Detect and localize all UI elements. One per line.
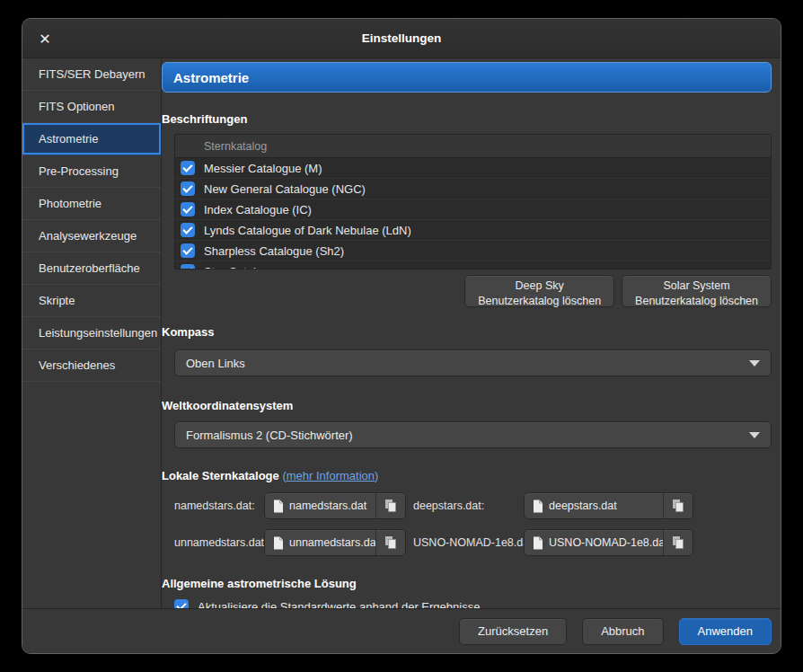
sidebar-item-label: Pre-Processing <box>39 164 119 178</box>
option-row[interactable]: Aktualisiere die Standardwerte anhand de… <box>174 597 772 608</box>
dropdown-value: Oben Links <box>186 357 245 370</box>
section-title-lokale-sternkataloge: Lokale Sternkataloge (mehr Information) <box>162 469 772 483</box>
action-bar: Zurücksetzen Abbruch Anwenden <box>22 608 781 653</box>
section-title-text: Lokale Sternkataloge <box>162 469 279 482</box>
reset-button[interactable]: Zurücksetzen <box>459 618 567 645</box>
checkbox-checked-icon[interactable] <box>174 599 189 608</box>
dropdown-value: Formalismus 2 (CD-Stichwörter) <box>186 429 353 442</box>
option-label: Aktualisiere die Standardwerte anhand de… <box>198 600 480 609</box>
section-title-weltkoordinatensystem: Weltkoordinatensystem <box>162 399 772 413</box>
table-row[interactable]: Sharpless Catalogue (Sh2) <box>175 241 771 261</box>
sidebar-item-analysewerkzeuge[interactable]: Analysewerkzeuge <box>22 220 161 252</box>
sidebar-item-label: Benutzeroberfläche <box>39 261 140 275</box>
sidebar-item-label: Photometrie <box>39 197 101 210</box>
file-field-label: namedstars.dat: <box>174 500 264 512</box>
wcs-dropdown[interactable]: Formalismus 2 (CD-Stichwörter) <box>174 421 772 448</box>
sidebar: FITS/SER Debayern FITS Optionen Astromet… <box>22 58 162 608</box>
compass-dropdown[interactable]: Oben Links <box>174 349 772 376</box>
file-chooser-namedstars[interactable]: namedstars.dat <box>264 492 406 519</box>
catalogue-label: Index Catalogue (IC) <box>204 203 312 217</box>
browse-files-icon[interactable] <box>376 535 405 550</box>
cancel-button[interactable]: Abbruch <box>582 618 663 645</box>
checkbox-checked-icon[interactable] <box>181 223 195 237</box>
browse-files-icon[interactable] <box>664 499 693 513</box>
titlebar: ✕ Einstellungen <box>22 19 781 58</box>
delete-solar-system-catalogue-button[interactable]: Solar System Benutzerkatalog löschen <box>622 275 772 307</box>
sidebar-item-fits-optionen[interactable]: FITS Optionen <box>22 91 161 123</box>
table-row[interactable]: Star Catalogue <box>175 261 771 270</box>
section-title-beschriftungen: Beschriftungen <box>162 112 772 127</box>
sidebar-item-label: Verschiedenes <box>39 358 115 372</box>
file-name: namedstars.dat <box>289 500 375 512</box>
sidebar-item-label: FITS Optionen <box>39 100 115 113</box>
file-chooser-usno-nomad[interactable]: USNO-NOMAD-1e8.dat <box>524 529 693 556</box>
catalogue-label: Messier Catalogue (M) <box>204 162 322 175</box>
table-row[interactable]: Lynds Catalogue of Dark Nebulae (LdN) <box>175 220 771 241</box>
browse-files-icon[interactable] <box>376 499 405 513</box>
delete-deep-sky-catalogue-button[interactable]: Deep Sky Benutzerkatalog löschen <box>464 275 614 307</box>
button-label-line: Benutzerkatalog löschen <box>635 294 758 309</box>
catalog-file-row: namedstars.dat: namedstars.dat deepstars… <box>174 492 772 519</box>
checkbox-checked-icon[interactable] <box>181 161 195 175</box>
more-information-link[interactable]: mehr Information <box>287 469 375 482</box>
table-row[interactable]: Index Catalogue (IC) <box>175 199 771 220</box>
file-field-label: USNO-NOMAD-1e8.dat: <box>406 536 524 549</box>
settings-content: Astrometrie Beschriftungen Sternkatalog … <box>162 58 781 608</box>
star-catalogue-table: Sternkatalog Messier Catalogue (M) New G… <box>174 134 772 270</box>
chevron-down-icon <box>749 360 760 367</box>
file-chooser-unnamedstars[interactable]: unnamedstars.dat <box>264 529 406 556</box>
table-row[interactable]: New General Catalogue (NGC) <box>175 179 771 199</box>
sidebar-item-label: Astrometrie <box>39 132 98 146</box>
table-header-sternkatalog: Sternkatalog <box>204 140 267 153</box>
button-label-line: Solar System <box>635 279 758 294</box>
sidebar-item-label: Skripte <box>39 294 75 307</box>
sidebar-item-pre-processing[interactable]: Pre-Processing <box>22 155 161 188</box>
checkbox-checked-icon[interactable] <box>181 202 195 217</box>
sidebar-item-label: Analysewerkzeuge <box>39 229 137 243</box>
file-icon <box>273 536 284 550</box>
sidebar-item-leistungseinstellungen[interactable]: Leistungseinstellungen <box>22 317 161 349</box>
clipped-option-row: Aktualisiere die Standardwerte anhand de… <box>174 597 772 608</box>
file-field-label: unnamedstars.dat: <box>174 536 264 549</box>
file-chooser-deepstars[interactable]: deepstars.dat <box>524 492 693 519</box>
catalogue-label: Lynds Catalogue of Dark Nebulae (LdN) <box>204 224 411 237</box>
section-title-allgemeine-astrometrische-loesung: Allgemeine astrometrische Lösung <box>162 577 772 591</box>
checkbox-checked-icon[interactable] <box>181 264 195 270</box>
file-name: unnamedstars.dat <box>289 536 375 549</box>
button-label-line: Benutzerkatalog löschen <box>478 294 601 309</box>
page-header: Astrometrie <box>162 62 772 93</box>
checkbox-checked-icon[interactable] <box>181 243 195 258</box>
sidebar-item-label: Leistungseinstellungen <box>39 326 157 340</box>
catalogue-delete-buttons: Deep Sky Benutzerkatalog löschen Solar S… <box>162 275 772 307</box>
sidebar-item-benutzeroberflaeche[interactable]: Benutzeroberfläche <box>22 252 161 285</box>
apply-button[interactable]: Anwenden <box>679 618 772 645</box>
catalogue-label: Star Catalogue <box>204 265 282 270</box>
sidebar-item-photometrie[interactable]: Photometrie <box>22 188 161 220</box>
button-label-line: Deep Sky <box>478 279 601 294</box>
browse-files-icon[interactable] <box>664 535 693 550</box>
page-title: Astrometrie <box>173 70 249 85</box>
file-name: USNO-NOMAD-1e8.dat <box>549 536 663 549</box>
paren-close: ) <box>375 469 378 482</box>
sidebar-item-astrometrie[interactable]: Astrometrie <box>22 123 161 155</box>
sidebar-item-verschiedenes[interactable]: Verschiedenes <box>22 349 161 382</box>
catalog-file-row: unnamedstars.dat: unnamedstars.dat USNO-… <box>174 529 772 556</box>
catalogue-label: New General Catalogue (NGC) <box>204 182 366 196</box>
sidebar-item-fits-ser-debayern[interactable]: FITS/SER Debayern <box>22 58 161 91</box>
section-title-kompass: Kompass <box>162 325 772 340</box>
sidebar-item-skripte[interactable]: Skripte <box>22 285 161 317</box>
chevron-down-icon <box>749 432 760 438</box>
file-name: deepstars.dat <box>549 500 663 512</box>
checkbox-checked-icon[interactable] <box>181 181 195 196</box>
table-header-row: Sternkatalog <box>175 135 771 158</box>
catalogue-label: Sharpless Catalogue (Sh2) <box>204 244 344 258</box>
file-icon <box>533 500 543 513</box>
file-icon <box>533 536 543 550</box>
link-wrapper: (mehr Information) <box>282 469 378 482</box>
file-field-label: deepstars.dat: <box>406 500 524 512</box>
settings-window: ✕ Einstellungen FITS/SER Debayern FITS O… <box>22 18 781 654</box>
file-icon <box>273 500 284 513</box>
close-icon[interactable]: ✕ <box>33 27 57 50</box>
window-title: Einstellungen <box>362 31 442 45</box>
table-row[interactable]: Messier Catalogue (M) <box>175 158 771 179</box>
